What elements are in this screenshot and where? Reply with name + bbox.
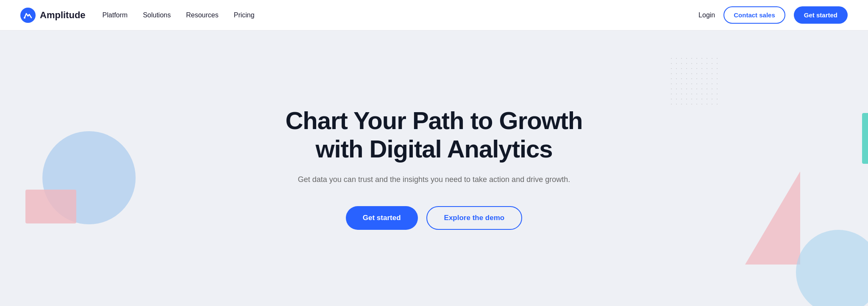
hero-section: Chart Your Path to Growth with Digital A… [0, 30, 868, 306]
nav-link-pricing[interactable]: Pricing [234, 11, 254, 19]
hero-content: Chart Your Path to Growth with Digital A… [273, 107, 595, 229]
get-started-nav-button[interactable]: Get started [794, 6, 848, 24]
hero-buttons: Get started Explore the demo [273, 206, 595, 230]
decorative-rect-pink [25, 190, 76, 223]
svg-point-1 [24, 17, 25, 19]
nav-link-solutions[interactable]: Solutions [143, 11, 171, 19]
nav-links: Platform Solutions Resources Pricing [103, 11, 699, 19]
nav-link-resources[interactable]: Resources [186, 11, 218, 19]
contact-sales-button[interactable]: Contact sales [723, 6, 785, 24]
logo-link[interactable]: Amplitude [20, 8, 86, 23]
decorative-triangle-pink [745, 171, 800, 265]
decorative-dots [669, 56, 720, 107]
hero-subtitle: Get data you can trust and the insights … [273, 174, 595, 186]
decorative-bar-teal [862, 113, 868, 164]
hero-explore-demo-button[interactable]: Explore the demo [426, 206, 523, 230]
decorative-circle-blue-right [796, 230, 868, 306]
nav-link-platform[interactable]: Platform [103, 11, 128, 19]
nav-right: Login Contact sales Get started [698, 6, 848, 24]
amplitude-logo-icon [20, 8, 36, 23]
brand-name: Amplitude [40, 10, 86, 21]
navbar: Amplitude Platform Solutions Resources P… [0, 0, 868, 30]
hero-title: Chart Your Path to Growth with Digital A… [273, 107, 595, 163]
hero-get-started-button[interactable]: Get started [346, 206, 418, 230]
login-link[interactable]: Login [698, 11, 715, 19]
